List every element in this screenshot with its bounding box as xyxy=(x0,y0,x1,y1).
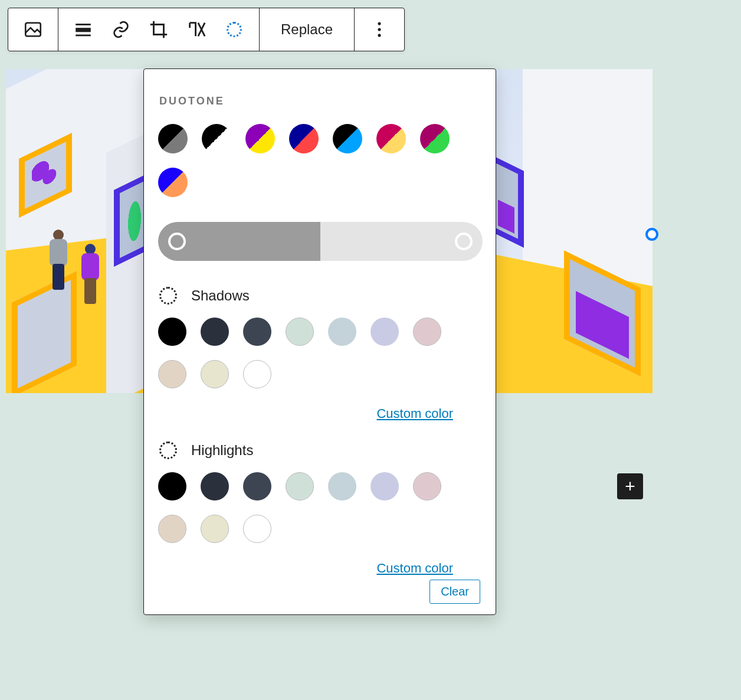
svg-point-4 xyxy=(378,22,381,25)
highlights-swatch[interactable] xyxy=(286,472,314,501)
highlights-section-header: Highlights xyxy=(159,441,473,459)
duotone-preset-blue-orange[interactable] xyxy=(158,168,188,197)
svg-point-5 xyxy=(378,28,381,31)
highlights-swatch[interactable] xyxy=(243,515,271,543)
clear-button[interactable]: Clear xyxy=(429,580,480,604)
add-block-button[interactable]: + xyxy=(617,473,643,499)
highlights-custom-color-link[interactable]: Custom color xyxy=(158,561,453,576)
duotone-presets xyxy=(158,124,473,197)
duotone-preset-purple-yellow[interactable] xyxy=(245,124,275,153)
duotone-preset-midnight[interactable] xyxy=(333,124,362,153)
gradient-handle-shadows[interactable] xyxy=(168,233,186,250)
align-button[interactable] xyxy=(64,8,102,51)
shadows-swatch[interactable] xyxy=(286,318,314,346)
text-overlay-button[interactable] xyxy=(178,8,215,51)
shadows-swatch[interactable] xyxy=(201,360,229,388)
highlights-swatch[interactable] xyxy=(158,515,186,543)
illustration-person xyxy=(80,244,100,303)
highlights-swatch[interactable] xyxy=(158,472,186,501)
duotone-preset-blue-red[interactable] xyxy=(289,124,319,153)
duotone-icon xyxy=(227,22,242,37)
duotone-button[interactable] xyxy=(215,8,253,51)
plus-icon: + xyxy=(625,477,635,495)
shadows-swatch[interactable] xyxy=(413,318,441,346)
shadows-swatch[interactable] xyxy=(158,360,186,388)
highlights-swatch[interactable] xyxy=(413,472,441,501)
duotone-preset-magenta-yellow[interactable] xyxy=(376,124,406,153)
highlights-swatch[interactable] xyxy=(328,472,356,501)
block-type-image-icon[interactable] xyxy=(14,8,52,51)
shadows-swatch[interactable] xyxy=(370,318,399,346)
shadows-section-header: Shadows xyxy=(159,287,473,305)
illustration-person xyxy=(48,230,68,289)
replace-button[interactable]: Replace xyxy=(265,8,348,51)
svg-point-6 xyxy=(378,34,381,37)
shadows-label: Shadows xyxy=(191,287,250,304)
block-toolbar: Replace xyxy=(8,8,405,51)
highlights-swatch[interactable] xyxy=(201,472,229,501)
shadows-custom-color-link[interactable]: Custom color xyxy=(158,406,453,421)
shadows-swatch[interactable] xyxy=(243,318,271,346)
link-button[interactable] xyxy=(102,8,140,51)
more-options-button[interactable] xyxy=(360,8,398,51)
highlights-label: Highlights xyxy=(191,442,253,459)
svg-rect-3 xyxy=(76,35,91,37)
gradient-handle-highlights[interactable] xyxy=(455,233,473,250)
shadows-swatch[interactable] xyxy=(243,360,271,388)
duotone-preset-dark-grayscale[interactable] xyxy=(158,124,188,153)
duotone-preset-purple-green[interactable] xyxy=(420,124,450,153)
shadows-swatch[interactable] xyxy=(201,318,229,346)
shadows-swatch[interactable] xyxy=(328,318,356,346)
svg-rect-2 xyxy=(76,28,91,32)
color-indicator-icon xyxy=(159,441,177,459)
color-indicator-icon xyxy=(159,287,177,305)
duotone-heading: DUOTONE xyxy=(159,95,473,107)
image-resize-handle[interactable] xyxy=(645,228,658,241)
highlights-swatches xyxy=(158,472,465,543)
crop-button[interactable] xyxy=(140,8,178,51)
highlights-swatch[interactable] xyxy=(243,472,271,501)
duotone-preset-grayscale[interactable] xyxy=(202,124,231,153)
highlights-swatch[interactable] xyxy=(370,472,399,501)
shadows-swatch[interactable] xyxy=(158,318,186,346)
svg-rect-1 xyxy=(76,24,91,25)
shadows-swatches xyxy=(158,318,465,388)
highlights-swatch[interactable] xyxy=(201,515,229,543)
duotone-popover: DUOTONE Shadows Custom color Highlights … xyxy=(143,68,496,615)
duotone-gradient-bar[interactable] xyxy=(158,222,483,261)
